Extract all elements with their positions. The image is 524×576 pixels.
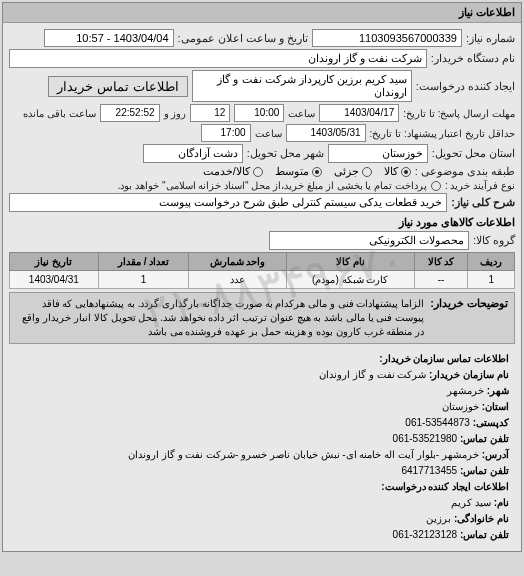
th-name: نام کالا [286, 253, 414, 271]
desc-text: الزاما پیشنهادات فنی و مالی هرکدام به صو… [16, 297, 424, 339]
time-label-2: ساعت [255, 128, 282, 139]
c-phone2-label: تلفن تماس: [460, 529, 509, 540]
c-lname-label: نام خانوادگی: [454, 513, 509, 524]
panel-title: اطلاعات نیاز [3, 3, 521, 23]
c-postal-label: کدپستی: [473, 417, 509, 428]
countdown: 22:52:52 [100, 104, 160, 122]
cell-name: کارت شبکه (مودم) [286, 271, 414, 289]
group-label: گروه کالا: [473, 234, 515, 247]
province-label: استان محل تحویل: [432, 147, 515, 160]
need-title-label: شرح کلی نیاز: [451, 196, 515, 209]
row-purchase: نوع فرآیند خرید : پرداخت تمام یا بخشی از… [9, 180, 515, 191]
buyer-desc-box: توضیحات خریدار: الزاما پیشنهادات فنی و م… [9, 292, 515, 344]
c-city-label: شهر: [487, 385, 509, 396]
purchase-text: پرداخت تمام یا بخشی از مبلغ خرید،از محل … [118, 180, 427, 191]
c-address: خرمشهر -بلوار آیت اله خامنه ای- نبش خیاب… [128, 449, 479, 460]
req-no-value: 1103093567000339 [312, 29, 462, 47]
c-province-label: استان: [482, 401, 509, 412]
remain-label: ساعت باقی مانده [23, 108, 96, 119]
radio-purchase[interactable] [431, 181, 441, 191]
buyer-value: شرکت نفت و گاز اروندان [9, 49, 427, 68]
c-phone2: 32123128-061 [393, 529, 458, 540]
row-classify: طبقه بندی موضوعی : کالا جزئی متوسط کالا/… [9, 165, 515, 178]
c-city: خرمشهر [447, 385, 484, 396]
reply-date: 1403/04/17 [319, 104, 399, 122]
radio-cash[interactable]: کالا/خدمت [203, 165, 263, 178]
c-org: شرکت نفت و گاز اروندان [319, 369, 426, 380]
info-panel: اطلاعات نیاز شماره نیاز: 110309356700033… [2, 2, 522, 552]
th-idx: ردیف [468, 253, 515, 271]
radio-dot-icon [253, 167, 263, 177]
reply-until-label: مهلت ارسال پاسخ: تا تاریخ: [403, 108, 515, 119]
row-validity: حداقل تاریخ اعتبار پیشنهاد: تا تاریخ: 14… [9, 124, 515, 142]
radio-dot-icon [362, 167, 372, 177]
row-location: استان محل تحویل: خوزستان شهر محل تحویل: … [9, 144, 515, 163]
th-qty: تعداد / مقدار [98, 253, 189, 271]
validity-date: 1403/05/31 [286, 124, 366, 142]
c-name: سید کریم [451, 497, 491, 508]
days-count: 12 [190, 104, 230, 122]
time-label-1: ساعت [288, 108, 315, 119]
purchase-label: نوع فرآیند خرید : [445, 180, 515, 191]
row-need-title: شرح کلی نیاز: خرید قطعات یدکی سیستم کنتر… [9, 193, 515, 212]
announce-label: تاریخ و ساعت اعلان عمومی: [178, 32, 308, 45]
th-date: تاریخ نیاز [10, 253, 99, 271]
cell-idx: 1 [468, 271, 515, 289]
radio-partial-label: جزئی [334, 165, 359, 178]
announce-value: 1403/04/04 - 10:57 [44, 29, 174, 47]
req-no-label: شماره نیاز: [466, 32, 515, 45]
cell-unit: عدد [189, 271, 286, 289]
creator-value: سید کریم برزین کارپرداز شرکت نفت و گاز ا… [192, 70, 412, 102]
table-header-row: ردیف کد کالا نام کالا واحد شمارش تعداد /… [10, 253, 515, 271]
panel-body: شماره نیاز: 1103093567000339 تاریخ و ساع… [3, 23, 521, 551]
row-creator: ایجاد کننده درخواست: سید کریم برزین کارپ… [9, 70, 515, 102]
cell-qty: 1 [98, 271, 189, 289]
cell-code: -- [414, 271, 468, 289]
c-lname: برزین [426, 513, 451, 524]
validity-time: 17:00 [201, 124, 251, 142]
radio-dot-icon [312, 167, 322, 177]
need-title-value: خرید قطعات یدکی سیستم کنترلی طبق شرح درخ… [9, 193, 447, 212]
radio-cash-label: کالا/خدمت [203, 165, 250, 178]
creator-label: ایجاد کننده درخواست: [416, 80, 515, 93]
c-address-label: آدرس: [482, 449, 509, 460]
group-value: محصولات الکترونیکی [269, 231, 469, 250]
c-fax: 6417713455 [401, 465, 457, 476]
days-and: روز و [164, 108, 187, 119]
city-label: شهر محل تحویل: [247, 147, 324, 160]
row-reply: مهلت ارسال پاسخ: تا تاریخ: 1403/04/17 سا… [9, 104, 515, 122]
c-org-label: نام سازمان خریدار: [429, 369, 509, 380]
th-unit: واحد شمارش [189, 253, 286, 271]
c-name-label: نام: [494, 497, 509, 508]
radio-medium-label: متوسط [275, 165, 309, 178]
classify-radio-group: کالا جزئی متوسط کالا/خدمت [203, 165, 411, 178]
city-value: دشت آزادگان [143, 144, 243, 163]
radio-partial[interactable]: جزئی [334, 165, 372, 178]
c-phone: 53521980-061 [393, 433, 458, 444]
radio-medium[interactable]: متوسط [275, 165, 322, 178]
row-group: گروه کالا: محصولات الکترونیکی [9, 231, 515, 250]
contact-section-label: اطلاعات تماس سازمان خریدار: [379, 353, 509, 364]
reply-time: 10:00 [234, 104, 284, 122]
creator-section-label: اطلاعات ایجاد کننده درخواست: [381, 481, 509, 492]
cell-date: 1403/04/31 [10, 271, 99, 289]
row-req-no: شماره نیاز: 1103093567000339 تاریخ و ساع… [9, 29, 515, 47]
buyer-label: نام دستگاه خریدار: [431, 52, 515, 65]
c-postal: 53544873-061 [405, 417, 470, 428]
table-row[interactable]: 1 -- کارت شبکه (مودم) عدد 1 1403/04/31 [10, 271, 515, 289]
goods-section-title: اطلاعات کالاهای مورد نیاز [9, 216, 515, 229]
radio-dot-icon [401, 167, 411, 177]
radio-goods[interactable]: کالا [384, 165, 411, 178]
row-buyer: نام دستگاه خریدار: شرکت نفت و گاز اروندا… [9, 49, 515, 68]
validity-label: حداقل تاریخ اعتبار پیشنهاد: تا تاریخ: [370, 128, 515, 139]
th-code: کد کالا [414, 253, 468, 271]
goods-table: ردیف کد کالا نام کالا واحد شمارش تعداد /… [9, 252, 515, 289]
c-fax-label: تلفن تماس: [460, 465, 509, 476]
province-value: خوزستان [328, 144, 428, 163]
c-phone-label: تلفن تماس: [460, 433, 509, 444]
classify-label: طبقه بندی موضوعی : [415, 165, 515, 178]
buyer-contact-button[interactable]: اطلاعات تماس خریدار [48, 76, 187, 97]
radio-goods-label: کالا [384, 165, 398, 178]
c-province: خوزستان [442, 401, 479, 412]
desc-label: توضیحات خریدار: [430, 297, 508, 339]
